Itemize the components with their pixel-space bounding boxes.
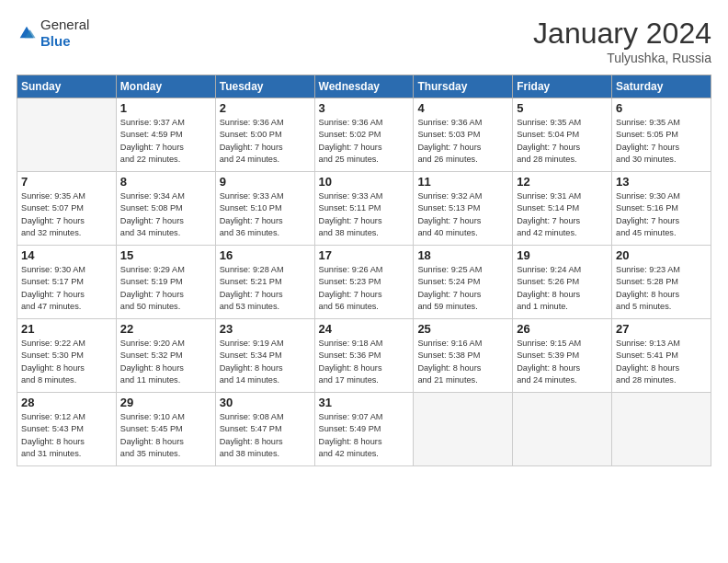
calendar-cell: 26Sunrise: 9:15 AM Sunset: 5:39 PM Dayli… [513, 319, 612, 393]
day-number: 19 [517, 248, 608, 262]
day-number: 1 [120, 101, 211, 115]
day-info: Sunrise: 9:08 AM Sunset: 5:47 PM Dayligh… [220, 411, 311, 460]
weekday-header-monday: Monday [116, 75, 215, 98]
day-info: Sunrise: 9:15 AM Sunset: 5:39 PM Dayligh… [517, 338, 608, 386]
day-number: 6 [616, 101, 707, 115]
calendar-cell: 13Sunrise: 9:30 AM Sunset: 5:16 PM Dayli… [612, 172, 711, 246]
day-info: Sunrise: 9:36 AM Sunset: 5:00 PM Dayligh… [220, 117, 311, 166]
calendar-cell: 5Sunrise: 9:35 AM Sunset: 5:04 PM Daylig… [513, 98, 612, 172]
logo-general: General [40, 17, 89, 32]
calendar-cell [17, 98, 117, 172]
day-number: 27 [616, 322, 707, 336]
day-number: 12 [517, 175, 608, 189]
day-number: 28 [21, 396, 112, 409]
day-info: Sunrise: 9:36 AM Sunset: 5:02 PM Dayligh… [319, 117, 410, 166]
month-title: January 2024 [533, 17, 711, 51]
calendar-cell [414, 393, 513, 466]
day-info: Sunrise: 9:20 AM Sunset: 5:32 PM Dayligh… [120, 338, 211, 386]
calendar-cell: 9Sunrise: 9:33 AM Sunset: 5:10 PM Daylig… [215, 172, 314, 246]
day-number: 4 [417, 101, 508, 115]
weekday-header-friday: Friday [513, 75, 612, 98]
calendar-cell: 15Sunrise: 9:29 AM Sunset: 5:19 PM Dayli… [116, 246, 215, 319]
calendar-cell: 10Sunrise: 9:33 AM Sunset: 5:11 PM Dayli… [314, 172, 414, 246]
calendar-cell [612, 393, 711, 466]
day-number: 21 [21, 322, 112, 336]
logo-text: General Blue [40, 17, 89, 50]
weekday-header-tuesday: Tuesday [215, 75, 314, 98]
day-number: 11 [417, 175, 508, 189]
day-info: Sunrise: 9:12 AM Sunset: 5:43 PM Dayligh… [21, 411, 112, 460]
day-info: Sunrise: 9:23 AM Sunset: 5:28 PM Dayligh… [616, 264, 707, 313]
calendar-cell: 21Sunrise: 9:22 AM Sunset: 5:30 PM Dayli… [17, 319, 117, 393]
logo-blue: Blue [40, 33, 71, 49]
weekday-header-sunday: Sunday [17, 75, 117, 98]
day-info: Sunrise: 9:37 AM Sunset: 4:59 PM Dayligh… [120, 117, 211, 166]
day-number: 31 [319, 396, 410, 409]
day-number: 8 [120, 175, 211, 189]
page: General Blue January 2024 Tulyushka, Rus… [0, 0, 728, 563]
calendar-cell: 12Sunrise: 9:31 AM Sunset: 5:14 PM Dayli… [513, 172, 612, 246]
calendar-cell: 18Sunrise: 9:25 AM Sunset: 5:24 PM Dayli… [414, 246, 513, 319]
calendar-cell: 16Sunrise: 9:28 AM Sunset: 5:21 PM Dayli… [215, 246, 314, 319]
day-number: 29 [120, 396, 211, 409]
calendar-cell [513, 393, 612, 466]
day-number: 16 [220, 248, 311, 262]
calendar-week-row: 14Sunrise: 9:30 AM Sunset: 5:17 PM Dayli… [17, 246, 711, 319]
calendar-week-row: 7Sunrise: 9:35 AM Sunset: 5:07 PM Daylig… [17, 172, 711, 246]
calendar-header-row: SundayMondayTuesdayWednesdayThursdayFrid… [17, 75, 711, 98]
calendar-cell: 8Sunrise: 9:34 AM Sunset: 5:08 PM Daylig… [116, 172, 215, 246]
day-number: 17 [319, 248, 410, 262]
calendar-cell: 6Sunrise: 9:35 AM Sunset: 5:05 PM Daylig… [612, 98, 711, 172]
day-info: Sunrise: 9:10 AM Sunset: 5:45 PM Dayligh… [120, 411, 211, 460]
calendar-cell: 1Sunrise: 9:37 AM Sunset: 4:59 PM Daylig… [116, 98, 215, 172]
weekday-header-saturday: Saturday [612, 75, 711, 98]
day-info: Sunrise: 9:36 AM Sunset: 5:03 PM Dayligh… [417, 117, 508, 166]
day-number: 18 [417, 248, 508, 262]
day-info: Sunrise: 9:30 AM Sunset: 5:16 PM Dayligh… [616, 190, 707, 239]
calendar-week-row: 21Sunrise: 9:22 AM Sunset: 5:30 PM Dayli… [17, 319, 711, 393]
day-info: Sunrise: 9:13 AM Sunset: 5:41 PM Dayligh… [616, 338, 707, 386]
day-info: Sunrise: 9:31 AM Sunset: 5:14 PM Dayligh… [517, 190, 608, 239]
weekday-header-wednesday: Wednesday [314, 75, 414, 98]
calendar-cell: 19Sunrise: 9:24 AM Sunset: 5:26 PM Dayli… [513, 246, 612, 319]
day-number: 24 [319, 322, 410, 336]
calendar-cell: 4Sunrise: 9:36 AM Sunset: 5:03 PM Daylig… [414, 98, 513, 172]
calendar-cell: 28Sunrise: 9:12 AM Sunset: 5:43 PM Dayli… [17, 393, 117, 466]
location-title: Tulyushka, Russia [533, 51, 711, 65]
day-number: 22 [120, 322, 211, 336]
calendar-week-row: 1Sunrise: 9:37 AM Sunset: 4:59 PM Daylig… [17, 98, 711, 172]
calendar-week-row: 28Sunrise: 9:12 AM Sunset: 5:43 PM Dayli… [17, 393, 711, 466]
calendar-cell: 29Sunrise: 9:10 AM Sunset: 5:45 PM Dayli… [116, 393, 215, 466]
day-number: 15 [120, 248, 211, 262]
day-info: Sunrise: 9:35 AM Sunset: 5:07 PM Dayligh… [21, 190, 112, 239]
day-number: 7 [21, 175, 112, 189]
day-info: Sunrise: 9:22 AM Sunset: 5:30 PM Dayligh… [21, 338, 112, 386]
calendar-cell: 20Sunrise: 9:23 AM Sunset: 5:28 PM Dayli… [612, 246, 711, 319]
calendar-cell: 30Sunrise: 9:08 AM Sunset: 5:47 PM Dayli… [215, 393, 314, 466]
day-number: 9 [220, 175, 311, 189]
header: General Blue January 2024 Tulyushka, Rus… [17, 17, 711, 65]
calendar-cell: 23Sunrise: 9:19 AM Sunset: 5:34 PM Dayli… [215, 319, 314, 393]
calendar-cell: 11Sunrise: 9:32 AM Sunset: 5:13 PM Dayli… [414, 172, 513, 246]
calendar-cell: 2Sunrise: 9:36 AM Sunset: 5:00 PM Daylig… [215, 98, 314, 172]
day-info: Sunrise: 9:33 AM Sunset: 5:10 PM Dayligh… [220, 190, 311, 239]
calendar-cell: 17Sunrise: 9:26 AM Sunset: 5:23 PM Dayli… [314, 246, 414, 319]
day-number: 30 [220, 396, 311, 409]
day-number: 3 [319, 101, 410, 115]
day-info: Sunrise: 9:07 AM Sunset: 5:49 PM Dayligh… [319, 411, 410, 460]
day-info: Sunrise: 9:26 AM Sunset: 5:23 PM Dayligh… [319, 264, 410, 313]
day-number: 13 [616, 175, 707, 189]
day-info: Sunrise: 9:35 AM Sunset: 5:05 PM Dayligh… [616, 117, 707, 166]
weekday-header-thursday: Thursday [414, 75, 513, 98]
day-number: 23 [220, 322, 311, 336]
logo: General Blue [17, 17, 89, 50]
calendar-cell: 7Sunrise: 9:35 AM Sunset: 5:07 PM Daylig… [17, 172, 117, 246]
calendar-table: SundayMondayTuesdayWednesdayThursdayFrid… [17, 75, 711, 466]
day-number: 20 [616, 248, 707, 262]
calendar-cell: 22Sunrise: 9:20 AM Sunset: 5:32 PM Dayli… [116, 319, 215, 393]
day-number: 2 [220, 101, 311, 115]
day-info: Sunrise: 9:34 AM Sunset: 5:08 PM Dayligh… [120, 190, 211, 239]
day-info: Sunrise: 9:24 AM Sunset: 5:26 PM Dayligh… [517, 264, 608, 313]
title-block: January 2024 Tulyushka, Russia [533, 17, 711, 65]
day-info: Sunrise: 9:35 AM Sunset: 5:04 PM Dayligh… [517, 117, 608, 166]
